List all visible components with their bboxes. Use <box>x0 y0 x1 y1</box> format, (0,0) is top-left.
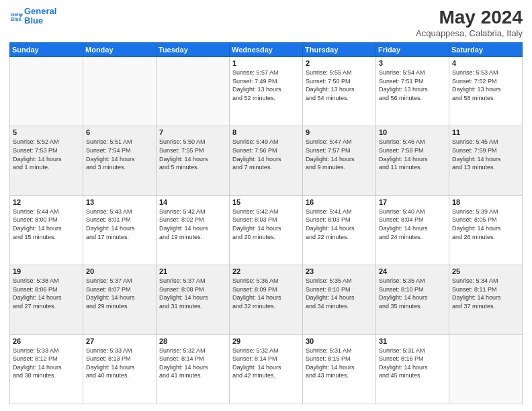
col-header-friday: Friday <box>376 43 449 57</box>
calendar-row-2: 12Sunrise: 5:44 AM Sunset: 8:00 PM Dayli… <box>10 195 523 265</box>
calendar-cell: 16Sunrise: 5:41 AM Sunset: 8:03 PM Dayli… <box>303 195 376 265</box>
calendar-cell: 19Sunrise: 5:38 AM Sunset: 8:06 PM Dayli… <box>10 265 83 334</box>
day-info: Sunrise: 5:57 AM Sunset: 7:49 PM Dayligh… <box>232 68 300 102</box>
calendar-body: 1Sunrise: 5:57 AM Sunset: 7:49 PM Daylig… <box>10 57 523 404</box>
calendar-cell: 14Sunrise: 5:42 AM Sunset: 8:02 PM Dayli… <box>157 195 230 265</box>
header: General Blue General Blue May 2024 Acqua… <box>9 7 523 38</box>
calendar-cell: 26Sunrise: 5:33 AM Sunset: 8:12 PM Dayli… <box>10 334 83 404</box>
day-info: Sunrise: 5:37 AM Sunset: 8:08 PM Dayligh… <box>159 277 226 310</box>
calendar-cell: 17Sunrise: 5:40 AM Sunset: 8:04 PM Dayli… <box>376 195 449 265</box>
logo: General Blue General Blue <box>9 7 56 26</box>
calendar-cell: 2Sunrise: 5:55 AM Sunset: 7:50 PM Daylig… <box>303 57 376 126</box>
day-number: 10 <box>379 128 446 136</box>
calendar-cell: 25Sunrise: 5:34 AM Sunset: 8:11 PM Dayli… <box>449 265 523 334</box>
calendar-row-3: 19Sunrise: 5:38 AM Sunset: 8:06 PM Dayli… <box>10 265 523 334</box>
day-info: Sunrise: 5:32 AM Sunset: 8:14 PM Dayligh… <box>232 347 300 380</box>
day-info: Sunrise: 5:42 AM Sunset: 8:02 PM Dayligh… <box>159 208 226 241</box>
main-title: May 2024 <box>416 7 523 28</box>
calendar-cell <box>157 57 230 126</box>
day-number: 24 <box>379 267 446 275</box>
day-number: 8 <box>232 128 300 136</box>
day-info: Sunrise: 5:44 AM Sunset: 8:00 PM Dayligh… <box>13 208 80 241</box>
day-info: Sunrise: 5:54 AM Sunset: 7:51 PM Dayligh… <box>379 68 446 102</box>
day-info: Sunrise: 5:31 AM Sunset: 8:15 PM Dayligh… <box>306 347 373 380</box>
calendar-cell: 24Sunrise: 5:35 AM Sunset: 8:10 PM Dayli… <box>376 265 449 334</box>
day-number: 22 <box>232 267 300 275</box>
calendar-cell: 8Sunrise: 5:49 AM Sunset: 7:56 PM Daylig… <box>230 126 303 195</box>
calendar-cell <box>449 334 523 404</box>
day-number: 14 <box>159 198 226 206</box>
day-number: 5 <box>13 128 80 136</box>
calendar-cell: 30Sunrise: 5:31 AM Sunset: 8:15 PM Dayli… <box>303 334 376 404</box>
calendar-row-0: 1Sunrise: 5:57 AM Sunset: 7:49 PM Daylig… <box>10 57 523 126</box>
day-number: 15 <box>232 198 300 206</box>
day-number: 12 <box>13 198 80 206</box>
calendar-cell <box>83 57 157 126</box>
day-number: 6 <box>86 128 153 136</box>
calendar-cell: 13Sunrise: 5:43 AM Sunset: 8:01 PM Dayli… <box>83 195 157 265</box>
day-number: 3 <box>379 59 446 67</box>
day-number: 16 <box>306 198 373 206</box>
calendar-head: SundayMondayTuesdayWednesdayThursdayFrid… <box>10 43 523 57</box>
day-number: 23 <box>306 267 373 275</box>
day-number: 2 <box>306 59 373 67</box>
calendar-cell: 15Sunrise: 5:42 AM Sunset: 8:03 PM Dayli… <box>230 195 303 265</box>
logo-icon: General Blue <box>11 10 23 22</box>
calendar-cell: 9Sunrise: 5:47 AM Sunset: 7:57 PM Daylig… <box>303 126 376 195</box>
svg-text:Blue: Blue <box>11 16 21 22</box>
day-number: 4 <box>452 59 519 67</box>
day-info: Sunrise: 5:38 AM Sunset: 8:06 PM Dayligh… <box>13 277 80 310</box>
col-header-monday: Monday <box>83 43 157 57</box>
day-number: 28 <box>159 337 226 345</box>
day-info: Sunrise: 5:41 AM Sunset: 8:03 PM Dayligh… <box>306 208 373 241</box>
calendar-row-4: 26Sunrise: 5:33 AM Sunset: 8:12 PM Dayli… <box>10 334 523 404</box>
calendar-cell: 4Sunrise: 5:53 AM Sunset: 7:52 PM Daylig… <box>449 57 523 126</box>
day-info: Sunrise: 5:43 AM Sunset: 8:01 PM Dayligh… <box>86 208 153 241</box>
day-info: Sunrise: 5:37 AM Sunset: 8:07 PM Dayligh… <box>86 277 153 310</box>
day-info: Sunrise: 5:55 AM Sunset: 7:50 PM Dayligh… <box>306 68 373 102</box>
calendar-cell: 3Sunrise: 5:54 AM Sunset: 7:51 PM Daylig… <box>376 57 449 126</box>
day-info: Sunrise: 5:52 AM Sunset: 7:53 PM Dayligh… <box>13 138 80 171</box>
calendar-cell: 29Sunrise: 5:32 AM Sunset: 8:14 PM Dayli… <box>230 334 303 404</box>
day-number: 26 <box>13 337 80 345</box>
day-number: 20 <box>86 267 153 275</box>
calendar-cell: 20Sunrise: 5:37 AM Sunset: 8:07 PM Dayli… <box>83 265 157 334</box>
calendar-row-1: 5Sunrise: 5:52 AM Sunset: 7:53 PM Daylig… <box>10 126 523 195</box>
day-number: 9 <box>306 128 373 136</box>
day-number: 21 <box>159 267 226 275</box>
day-info: Sunrise: 5:46 AM Sunset: 7:58 PM Dayligh… <box>379 138 446 171</box>
col-header-wednesday: Wednesday <box>230 43 303 57</box>
day-info: Sunrise: 5:53 AM Sunset: 7:52 PM Dayligh… <box>452 68 519 102</box>
day-info: Sunrise: 5:47 AM Sunset: 7:57 PM Dayligh… <box>306 138 373 171</box>
day-info: Sunrise: 5:40 AM Sunset: 8:04 PM Dayligh… <box>379 208 446 241</box>
calendar-cell: 12Sunrise: 5:44 AM Sunset: 8:00 PM Dayli… <box>10 195 83 265</box>
calendar-cell: 18Sunrise: 5:39 AM Sunset: 8:05 PM Dayli… <box>449 195 523 265</box>
day-info: Sunrise: 5:36 AM Sunset: 8:09 PM Dayligh… <box>232 277 300 310</box>
day-number: 31 <box>379 337 446 345</box>
day-info: Sunrise: 5:50 AM Sunset: 7:55 PM Dayligh… <box>159 138 226 171</box>
calendar-cell: 31Sunrise: 5:31 AM Sunset: 8:16 PM Dayli… <box>376 334 449 404</box>
page: General Blue General Blue May 2024 Acqua… <box>0 0 532 411</box>
day-number: 1 <box>232 59 300 67</box>
day-number: 29 <box>232 337 300 345</box>
calendar-cell: 7Sunrise: 5:50 AM Sunset: 7:55 PM Daylig… <box>157 126 230 195</box>
logo-general: General <box>24 7 56 16</box>
day-number: 19 <box>13 267 80 275</box>
logo-blue: Blue <box>24 16 56 26</box>
calendar-cell: 23Sunrise: 5:35 AM Sunset: 8:10 PM Dayli… <box>303 265 376 334</box>
col-header-saturday: Saturday <box>449 43 523 57</box>
day-number: 7 <box>159 128 226 136</box>
day-info: Sunrise: 5:31 AM Sunset: 8:16 PM Dayligh… <box>379 347 446 380</box>
calendar-cell: 6Sunrise: 5:51 AM Sunset: 7:54 PM Daylig… <box>83 126 157 195</box>
calendar-cell: 21Sunrise: 5:37 AM Sunset: 8:08 PM Dayli… <box>157 265 230 334</box>
day-info: Sunrise: 5:42 AM Sunset: 8:03 PM Dayligh… <box>232 208 300 241</box>
day-number: 30 <box>306 337 373 345</box>
calendar-cell: 11Sunrise: 5:45 AM Sunset: 7:59 PM Dayli… <box>449 126 523 195</box>
day-info: Sunrise: 5:33 AM Sunset: 8:13 PM Dayligh… <box>86 347 153 380</box>
day-number: 27 <box>86 337 153 345</box>
calendar-cell: 27Sunrise: 5:33 AM Sunset: 8:13 PM Dayli… <box>83 334 157 404</box>
col-header-tuesday: Tuesday <box>157 43 230 57</box>
calendar-cell: 10Sunrise: 5:46 AM Sunset: 7:58 PM Dayli… <box>376 126 449 195</box>
day-info: Sunrise: 5:51 AM Sunset: 7:54 PM Dayligh… <box>86 138 153 171</box>
calendar-cell: 1Sunrise: 5:57 AM Sunset: 7:49 PM Daylig… <box>230 57 303 126</box>
